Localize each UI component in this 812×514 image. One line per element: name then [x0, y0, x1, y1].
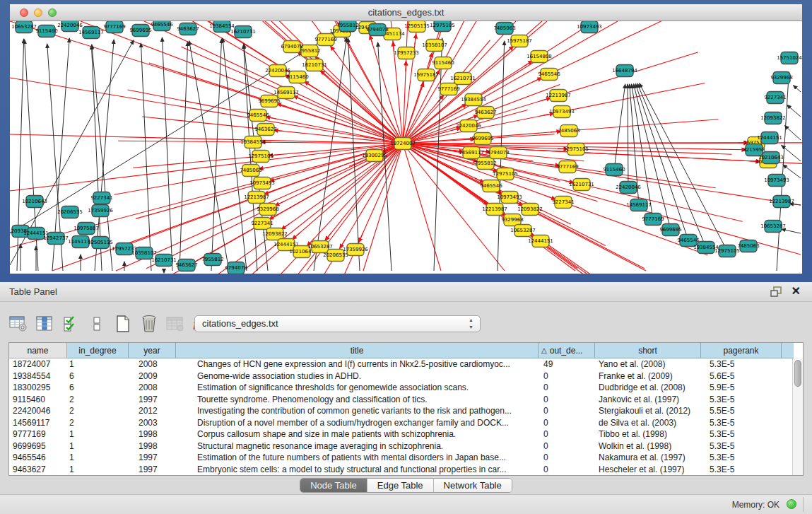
table-row[interactable]: 1830029562008Estimation of significance … [9, 382, 803, 394]
tab-node-table[interactable]: Node Table [300, 479, 367, 492]
graph-node[interactable]: 9227341 [90, 192, 112, 204]
graph-node[interactable]: 10210643 [22, 196, 47, 208]
network-window-titlebar[interactable]: citations_edges.txt [10, 4, 802, 21]
graph-node[interactable]: 6794078 [487, 147, 509, 159]
delete-column-icon[interactable] [139, 314, 159, 334]
column-header-pagerank[interactable]: pagerank [701, 343, 782, 358]
graph-node[interactable]: 9463627 [474, 107, 496, 119]
table-row[interactable]: 911546021997Tourette syndrome. Phenomeno… [9, 394, 803, 406]
column-header-title[interactable]: title [176, 343, 539, 358]
graph-node[interactable]: 9227341 [764, 92, 786, 104]
table-scrollbar[interactable] [792, 358, 803, 475]
graph-edge [783, 165, 801, 178]
graph-node[interactable]: 12975105 [430, 21, 455, 32]
column-header-short[interactable]: short [595, 343, 701, 358]
graph-edge [10, 144, 403, 191]
column-header-year[interactable]: year [129, 343, 176, 358]
table-row[interactable]: 969969511998Structural magnetic resonanc… [9, 440, 803, 452]
graph-node[interactable]: 17359926 [88, 205, 113, 217]
graph-node[interactable]: 12093822 [760, 112, 786, 124]
graph-node[interactable]: 6794078 [225, 262, 247, 274]
tab-edge-table[interactable]: Edge Table [367, 479, 434, 492]
graph-node[interactable]: 12213987 [769, 196, 794, 208]
graph-node[interactable]: 12505135 [404, 21, 430, 33]
graph-node[interactable]: 12975105 [248, 151, 273, 163]
graph-node[interactable]: 9465546 [151, 21, 173, 31]
graph-node[interactable]: 9699695 [129, 25, 151, 37]
graph-node[interactable]: 7485063 [493, 23, 515, 35]
graph-node[interactable]: 9777169 [642, 214, 664, 226]
graph-node[interactable]: 10358107 [422, 40, 447, 52]
graph-node[interactable]: 7955812 [336, 21, 358, 32]
graph-node[interactable]: 10973493 [577, 21, 602, 33]
graph-node[interactable]: 7485063 [240, 165, 261, 177]
memory-ok-indicator[interactable] [787, 499, 796, 509]
show-columns-icon[interactable] [35, 314, 54, 334]
graph-node[interactable]: 9227341 [552, 197, 574, 209]
new-column-icon[interactable] [113, 314, 133, 334]
graph-node[interactable]: 6794078 [281, 41, 302, 53]
graph-node[interactable]: 9115460 [603, 164, 625, 176]
network-canvas[interactable]: 9777169795581267940781621073191154602242… [10, 21, 802, 274]
graph-node[interactable]: 10973493 [764, 175, 789, 187]
graph-node[interactable]: 12975105 [563, 144, 589, 156]
graph-node[interactable]: 9329968 [257, 204, 278, 216]
graph-node[interactable]: 9699695 [471, 133, 493, 145]
table-row[interactable]: 977716911998Corpus callosum shape and si… [9, 428, 803, 440]
graph-node[interactable]: 9329968 [770, 72, 792, 84]
graph-node[interactable]: 9465546 [247, 110, 269, 122]
select-all-icon[interactable] [61, 314, 81, 334]
graph-node[interactable]: 9777169 [103, 21, 125, 33]
graph-node[interactable]: 22420046 [456, 120, 481, 132]
graph-node[interactable]: 9699695 [258, 95, 280, 107]
table-row[interactable]: 1872400712008Changes of HCN gene express… [9, 358, 803, 370]
tab-network-table[interactable]: Network Table [434, 479, 512, 492]
graph-node-label: 9227341 [90, 195, 112, 201]
table-select-dropdown[interactable]: citations_edges.txt ▲▼ [194, 315, 481, 332]
table-row[interactable]: 946362711997Embryonic stem cells: a mode… [9, 464, 803, 476]
table-row[interactable]: 1456911722003Disruption of a novel membe… [9, 417, 803, 429]
graph-node[interactable]: 15751024 [777, 52, 802, 64]
graph-edge [81, 21, 403, 144]
graph-node[interactable]: 7485063 [737, 240, 759, 252]
column-header-name[interactable]: name [9, 343, 67, 358]
graph-node[interactable]: 9465546 [480, 180, 502, 192]
graph-node[interactable]: 8215958 [743, 144, 765, 156]
graph-node[interactable]: 12213987 [546, 90, 571, 102]
graph-node[interactable]: 9115460 [35, 25, 57, 37]
graph-node[interactable]: 9699695 [659, 224, 681, 236]
graph-node[interactable]: 17957233 [394, 47, 419, 59]
graph-node[interactable]: 9465546 [538, 69, 560, 81]
graph-node[interactable]: 9777169 [556, 161, 578, 173]
table-row[interactable]: 946554611997Estimation of the future num… [9, 452, 803, 464]
graph-node[interactable]: 9115460 [432, 57, 454, 69]
close-panel-icon[interactable]: ✕ [792, 285, 801, 298]
column-header-out_de[interactable]: △out_de... [539, 343, 595, 358]
graph-node[interactable]: 10973493 [249, 177, 275, 189]
graph-node[interactable]: 20206535 [57, 206, 83, 218]
float-panel-icon[interactable] [770, 286, 782, 297]
graph-node[interactable]: 10975887 [73, 223, 99, 235]
graph-node[interactable]: 16210731 [569, 179, 594, 191]
column-header-in_degree[interactable]: in_degree [67, 343, 129, 358]
table-scrollbar-thumb[interactable] [794, 360, 801, 387]
graph-node[interactable]: 10973493 [549, 106, 575, 118]
graph-node[interactable]: 9463627 [254, 124, 276, 136]
graph-node[interactable]: 6794078 [366, 24, 388, 36]
graph-node[interactable]: 9463627 [175, 259, 197, 271]
graph-edge [784, 126, 801, 140]
deselect-all-icon[interactable] [87, 314, 107, 334]
graph-node[interactable]: 9777169 [437, 83, 459, 95]
graph-node-label: 10210643 [289, 249, 314, 255]
table-row[interactable]: 1938455462009Genome-wide association stu… [9, 370, 803, 382]
graph-node[interactable]: 7485063 [558, 125, 579, 137]
graph-node[interactable]: 14569117 [626, 199, 652, 211]
table-row[interactable]: 2242004622012Investigating the contribut… [9, 405, 803, 417]
table-mode-icon[interactable] [8, 314, 28, 334]
graph-node[interactable]: 7955812 [201, 254, 223, 266]
graph-node[interactable]: 16648794 [612, 65, 637, 77]
graph-node[interactable]: 19384554 [240, 136, 266, 148]
graph-node[interactable]: 10653287 [760, 221, 786, 233]
graph-node[interactable]: 9463627 [177, 23, 199, 35]
graph-node[interactable]: 10653287 [11, 21, 37, 33]
